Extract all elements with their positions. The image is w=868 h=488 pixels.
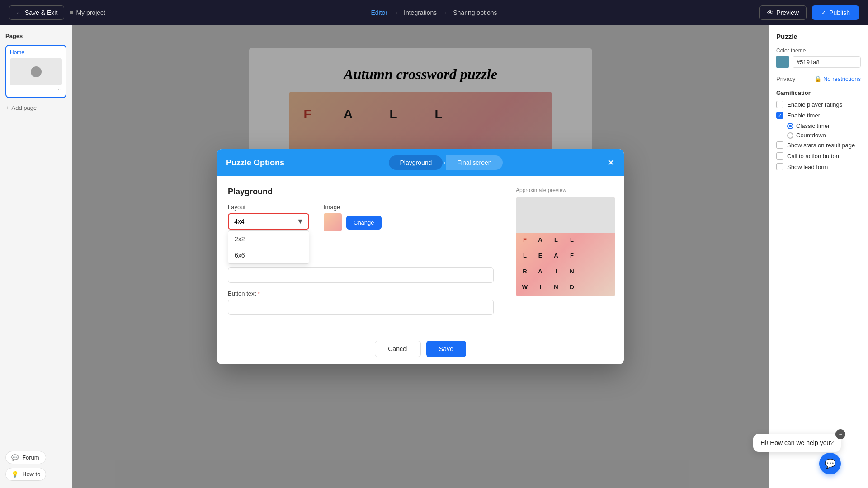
modal-close-button[interactable]: ✕	[607, 157, 615, 168]
pv-F: F	[519, 233, 531, 246]
help-icon: 💡	[11, 471, 19, 478]
countdown-row: Countdown	[787, 132, 861, 139]
pv-A1: A	[534, 233, 547, 246]
image-label: Image	[324, 204, 382, 211]
classic-timer-label: Classic timer	[796, 122, 830, 129]
countdown-radio[interactable]	[787, 132, 793, 139]
pv-L1: L	[550, 233, 562, 246]
dropdown-item-2x2[interactable]: 2x2	[228, 231, 309, 247]
no-restrictions-link[interactable]: 🔒 No restrictions	[814, 75, 861, 82]
privacy-label: Privacy	[776, 75, 796, 82]
change-image-button[interactable]: Change	[346, 216, 382, 230]
pv-L3: L	[519, 249, 531, 262]
color-theme-section: Color theme #5191a8	[776, 47, 861, 68]
preview-top-bar	[516, 197, 615, 233]
color-value[interactable]: #5191a8	[793, 56, 861, 68]
show-lead-form-checkbox[interactable]	[776, 163, 783, 170]
title-field	[228, 267, 494, 283]
show-stars-checkbox[interactable]	[776, 141, 783, 149]
show-stars-label: Show stars on result page	[787, 142, 855, 149]
home-page-label: Home	[10, 49, 62, 56]
integrations-nav-step[interactable]: Integrations	[404, 9, 437, 16]
layout-field: Layout 4x4 2x2 6x6 ▼	[228, 204, 309, 230]
eye-icon: 👁	[767, 9, 774, 16]
required-indicator: *	[258, 291, 260, 297]
enable-ratings-row: Enable player ratings	[776, 101, 861, 108]
pv-A3: A	[534, 265, 547, 277]
color-theme-label: Color theme	[776, 47, 861, 54]
save-exit-button[interactable]: ← Save & Exit	[9, 5, 64, 20]
layout-select-wrapper: 4x4 2x2 6x6 ▼	[228, 213, 309, 230]
page-thumb-icon	[31, 66, 42, 77]
pv-I: I	[550, 265, 562, 277]
show-lead-form-row: Show lead form	[776, 163, 861, 170]
top-navigation: ← Save & Exit My project Editor → Integr…	[0, 0, 868, 25]
gamification-section: Gamification Enable player ratings Enabl…	[776, 89, 861, 174]
image-section: Image Change	[324, 204, 382, 231]
left-sidebar: Pages Home ··· + Add page 💬 Forum 💡 How …	[0, 25, 72, 488]
modal-footer: Cancel Save	[217, 333, 624, 364]
preview-grid-area: F A L L L E A F R A I N W	[516, 197, 615, 296]
tab-final-screen[interactable]: Final screen	[446, 155, 502, 170]
preview-button[interactable]: 👁 Preview	[760, 5, 807, 20]
chat-icon-button[interactable]: 💬	[819, 453, 841, 474]
save-button[interactable]: Save	[426, 341, 466, 357]
pv-N: N	[566, 265, 578, 277]
how-to-button[interactable]: 💡 How to	[5, 468, 46, 481]
messenger-icon: 💬	[825, 458, 836, 469]
image-row: Change	[324, 213, 382, 231]
playground-heading: Playground	[228, 187, 494, 197]
layout-select[interactable]: 4x4 2x2 6x6	[229, 214, 308, 229]
forum-icon: 💬	[11, 454, 19, 461]
button-text-field: Button text *	[228, 290, 494, 315]
modal-tabs: Playground › Final screen	[389, 155, 502, 170]
title-input[interactable]	[228, 267, 494, 283]
add-page-button[interactable]: + Add page	[5, 104, 66, 111]
forum-button[interactable]: 💬 Forum	[5, 451, 46, 464]
enable-timer-label: Enable timer	[787, 112, 820, 119]
modal-right-panel: Approximate preview F A L L L E A	[505, 187, 613, 322]
pv-I2: I	[534, 281, 547, 293]
button-text-label: Button text *	[228, 290, 494, 297]
chat-close-button[interactable]: −	[835, 429, 845, 439]
color-swatch[interactable]	[776, 56, 789, 68]
home-page-card[interactable]: Home ···	[5, 45, 66, 98]
publish-button[interactable]: ✓ Publish	[812, 5, 859, 20]
privacy-section: Privacy 🔒 No restrictions	[776, 75, 861, 82]
layout-image-row: Layout 4x4 2x2 6x6 ▼	[228, 204, 494, 231]
check-icon: ✓	[821, 9, 826, 16]
preview-label: Approximate preview	[516, 187, 613, 193]
call-to-action-label: Call to action button	[787, 153, 839, 160]
chat-bubble: − Hi! How can we help you?	[753, 434, 841, 452]
show-stars-row: Show stars on result page	[776, 141, 861, 149]
countdown-label: Countdown	[796, 132, 826, 139]
page-card-menu-dots[interactable]: ···	[10, 85, 62, 94]
editor-nav-step[interactable]: Editor	[371, 9, 387, 16]
pv-L2: L	[566, 233, 578, 246]
pages-title: Pages	[5, 33, 66, 39]
tab-arrow: ›	[443, 160, 445, 166]
classic-timer-radio[interactable]	[787, 123, 793, 129]
chat-message: Hi! How can we help you?	[760, 439, 834, 446]
call-to-action-checkbox[interactable]	[776, 152, 783, 160]
dot-icon	[70, 11, 73, 14]
enable-timer-checkbox[interactable]	[776, 112, 783, 119]
puzzle-options-modal: Puzzle Options Playground › Final screen…	[217, 149, 624, 364]
pv-E: E	[534, 249, 547, 262]
call-to-action-row: Call to action button	[776, 152, 861, 160]
arrow-left-icon: ←	[16, 9, 22, 16]
enable-ratings-label: Enable player ratings	[787, 101, 842, 108]
classic-timer-row: Classic timer	[787, 122, 861, 129]
page-card-thumbnail	[10, 58, 62, 85]
gamification-title: Gamification	[776, 89, 861, 96]
tab-playground[interactable]: Playground	[389, 155, 443, 170]
button-text-input[interactable]	[228, 300, 494, 315]
save-exit-label: Save & Exit	[25, 9, 57, 16]
enable-ratings-checkbox[interactable]	[776, 101, 783, 108]
modal-header: Puzzle Options Playground › Final screen…	[217, 149, 624, 176]
layout-label: Layout	[228, 204, 309, 211]
dropdown-item-6x6[interactable]: 6x6	[228, 247, 309, 263]
pv-R: R	[519, 265, 531, 277]
cancel-button[interactable]: Cancel	[375, 341, 421, 357]
sharing-nav-step[interactable]: Sharing options	[453, 9, 497, 16]
